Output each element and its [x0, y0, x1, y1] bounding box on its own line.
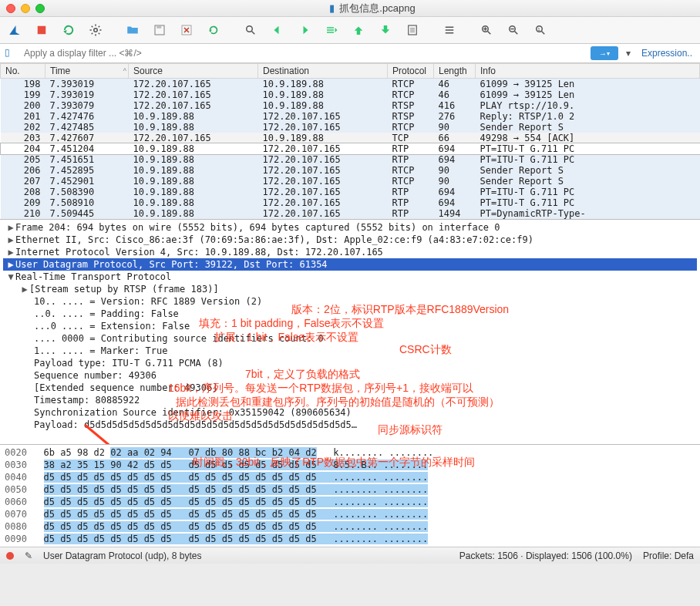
- svg-rect-0: [38, 26, 46, 35]
- detail-eth[interactable]: ▶Ethernet II, Src: Cisco_86:ae:3f (70:69…: [3, 234, 697, 246]
- filter-dropdown-button[interactable]: ▾: [623, 48, 634, 59]
- hex-row: 0070 d5 d5 d5 d5 d5 d5 d5 d5 d5 d5 d5 d5…: [5, 508, 695, 520]
- go-last-button[interactable]: [375, 20, 395, 40]
- document-icon: ▮: [329, 2, 335, 14]
- table-row[interactable]: 2037.427607172.20.107.16510.9.189.88TCP6…: [1, 133, 700, 143]
- detail-ip[interactable]: ▶Internet Protocol Version 4, Src: 10.9.…: [3, 246, 697, 258]
- col-destination[interactable]: Destination: [258, 64, 388, 79]
- go-first-button[interactable]: [348, 20, 369, 40]
- col-length[interactable]: Length: [434, 64, 476, 79]
- status-profile[interactable]: Profile: Defa: [643, 550, 694, 561]
- table-row[interactable]: 2017.42747610.9.189.88172.20.107.165RTSP…: [1, 111, 700, 122]
- hex-dump-pane[interactable]: 0020 6b a5 98 d2 02 aa 02 94 07 db 80 88…: [0, 444, 700, 547]
- go-to-packet-button[interactable]: [321, 20, 342, 40]
- apply-filter-button[interactable]: → ▾: [591, 46, 618, 60]
- detail-cc[interactable]: .... 0000 = Contributing source identifi…: [3, 332, 697, 345]
- detail-udp[interactable]: ▶User Datagram Protocol, Src Port: 39122…: [3, 258, 697, 271]
- hex-row: 0030 38 a2 35 15 90 42 d5 d5 d5 d5 d5 d5…: [5, 459, 695, 471]
- hex-row: 0080 d5 d5 d5 d5 d5 d5 d5 d5 d5 d5 d5 d5…: [5, 520, 695, 533]
- col-time[interactable]: Time^: [45, 64, 129, 79]
- restart-capture-button[interactable]: [59, 20, 79, 40]
- hex-row: 0050 d5 d5 d5 d5 d5 d5 d5 d5 d5 d5 d5 d5…: [5, 483, 695, 496]
- table-row[interactable]: 1987.393019172.20.107.16510.9.189.88RTCP…: [1, 79, 700, 90]
- detail-ssrc[interactable]: Synchronization Source identifier: 0x351…: [3, 406, 697, 419]
- detail-rtp[interactable]: ▼Real-Time Transport Protocol: [3, 271, 697, 283]
- minimize-window-icon[interactable]: [21, 4, 30, 13]
- col-source[interactable]: Source: [129, 64, 258, 79]
- window-title: 抓包信息.pcapng: [339, 2, 415, 15]
- svg-point-1: [94, 29, 98, 32]
- filter-bar: ▯ → ▾ ▾ Expression..: [0, 44, 700, 63]
- table-row[interactable]: 2077.45290110.9.189.88172.20.107.165RTCP…: [1, 176, 700, 187]
- detail-ext-seq[interactable]: [Extended sequence number: 49306]: [3, 382, 697, 394]
- colorize-button[interactable]: [439, 20, 459, 40]
- status-packets: Packets: 1506 · Displayed: 1506 (100.0%): [459, 550, 632, 561]
- main-toolbar: 1: [0, 17, 700, 44]
- open-file-button[interactable]: [123, 20, 143, 40]
- expert-info-icon[interactable]: [6, 552, 14, 560]
- zoom-reset-button[interactable]: 1: [530, 20, 550, 40]
- display-filter-input[interactable]: [22, 45, 586, 61]
- detail-version[interactable]: 10.. .... = Version: RFC 1889 Version (2…: [3, 295, 697, 308]
- col-protocol[interactable]: Protocol: [388, 64, 434, 79]
- detail-timestamp[interactable]: Timestamp: 80885922: [3, 394, 697, 406]
- table-row[interactable]: 2047.45120410.9.189.88172.20.107.165RTP6…: [1, 143, 700, 154]
- traffic-lights: [6, 4, 45, 13]
- col-info[interactable]: Info: [476, 64, 700, 79]
- table-row[interactable]: 2087.50839010.9.189.88172.20.107.165RTP6…: [1, 187, 700, 197]
- table-row[interactable]: 2027.42748510.9.189.88172.20.107.165RTCP…: [1, 122, 700, 133]
- svg-rect-3: [156, 25, 161, 29]
- go-forward-button[interactable]: [294, 20, 315, 40]
- hex-row: 0020 6b a5 98 d2 02 aa 02 94 07 db 80 88…: [5, 446, 695, 459]
- detail-marker[interactable]: 1... .... = Marker: True: [3, 345, 697, 357]
- packet-details-pane[interactable]: ▶Frame 204: 694 bytes on wire (5552 bits…: [0, 219, 700, 444]
- table-row[interactable]: 2067.45289510.9.189.88172.20.107.165RTCP…: [1, 165, 700, 176]
- packet-list-table[interactable]: No. Time^ Source Destination Protocol Le…: [0, 63, 700, 219]
- table-row[interactable]: 2057.45165110.9.189.88172.20.107.165RTP6…: [1, 154, 700, 165]
- save-button[interactable]: [150, 20, 170, 40]
- packet-list-header[interactable]: No. Time^ Source Destination Protocol Le…: [1, 64, 700, 79]
- shark-fin-icon[interactable]: [5, 20, 25, 40]
- auto-scroll-button[interactable]: [402, 20, 422, 40]
- table-row[interactable]: 2007.393079172.20.107.16510.9.189.88RTSP…: [1, 100, 700, 111]
- detail-extension[interactable]: ...0 .... = Extension: False: [3, 320, 697, 332]
- table-row[interactable]: 2107.50944510.9.189.88172.20.107.165RTP1…: [1, 208, 700, 219]
- table-row[interactable]: 1997.393019172.20.107.16510.9.189.88RTCP…: [1, 89, 700, 100]
- detail-seq[interactable]: Sequence number: 49306: [3, 369, 697, 382]
- svg-point-5: [247, 26, 253, 32]
- find-packet-button[interactable]: [241, 20, 261, 40]
- close-window-icon[interactable]: [6, 4, 15, 13]
- expression-button[interactable]: Expression..: [638, 48, 695, 59]
- close-file-button[interactable]: [177, 20, 197, 40]
- reload-file-button[interactable]: [204, 20, 224, 40]
- packet-list-pane[interactable]: No. Time^ Source Destination Protocol Le…: [0, 63, 700, 219]
- detail-payload[interactable]: Payload: d5d5d5d5d5d5d5d5d5d5d5d5d5d5d5d…: [3, 419, 697, 431]
- status-bar: ✎ User Datagram Protocol (udp), 8 bytes …: [0, 547, 700, 564]
- hex-row: 0060 d5 d5 d5 d5 d5 d5 d5 d5 d5 d5 d5 d5…: [5, 496, 695, 508]
- detail-frame[interactable]: ▶Frame 204: 694 bytes on wire (5552 bits…: [3, 221, 697, 234]
- stop-capture-button[interactable]: [32, 20, 52, 40]
- go-back-button[interactable]: [268, 20, 288, 40]
- titlebar: ▮ 抓包信息.pcapng: [0, 0, 700, 17]
- table-row[interactable]: 2097.50891010.9.189.88172.20.107.165RTP6…: [1, 197, 700, 208]
- detail-padding[interactable]: ..0. .... = Padding: False: [3, 308, 697, 320]
- zoom-window-icon[interactable]: [35, 4, 45, 13]
- zoom-out-button[interactable]: [503, 20, 523, 40]
- edit-icon[interactable]: ✎: [25, 550, 32, 561]
- detail-payload-type[interactable]: Payload type: ITU-T G.711 PCMA (8): [3, 357, 697, 369]
- svg-text:1: 1: [537, 27, 540, 32]
- hex-row: 0040 d5 d5 d5 d5 d5 d5 d5 d5 d5 d5 d5 d5…: [5, 471, 695, 483]
- status-proto: User Datagram Protocol (udp), 8 bytes: [43, 550, 201, 561]
- capture-options-button[interactable]: [86, 20, 106, 40]
- zoom-in-button[interactable]: [476, 20, 496, 40]
- detail-stream[interactable]: ▶[Stream setup by RTSP (frame 183)]: [3, 283, 697, 295]
- bookmark-icon[interactable]: ▯: [5, 47, 17, 59]
- col-no[interactable]: No.: [1, 64, 45, 79]
- hex-row: 0090 d5 d5 d5 d5 d5 d5 d5 d5 d5 d5 d5 d5…: [5, 533, 695, 545]
